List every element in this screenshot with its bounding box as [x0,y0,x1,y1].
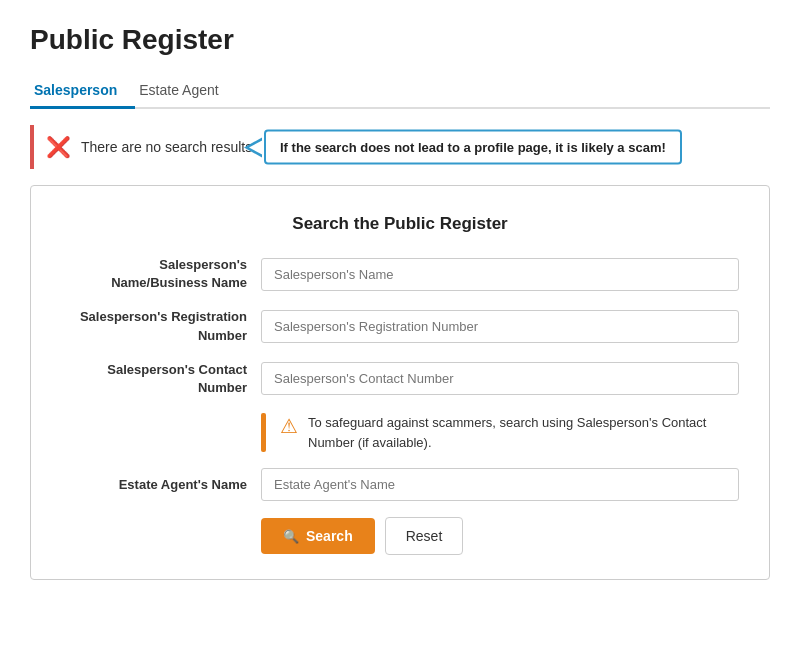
button-row: 🔍 Search Reset [261,517,739,555]
reset-button[interactable]: Reset [385,517,464,555]
error-banner: ❌ There are no search results If the sea… [30,125,770,169]
name-row: Salesperson's Name/Business Name [61,256,739,292]
name-input[interactable] [261,258,739,291]
notice-row: ⚠ To safeguard against scammers, search … [261,413,739,452]
contact-number-input[interactable] [261,362,739,395]
search-button[interactable]: 🔍 Search [261,518,375,554]
estate-agent-input[interactable] [261,468,739,501]
reg-number-row: Salesperson's Registration Number [61,308,739,344]
scam-callout: If the search does not lead to a profile… [264,130,682,165]
contact-number-row: Salesperson's Contact Number [61,361,739,397]
tab-salesperson[interactable]: Salesperson [30,74,135,109]
notice-text: To safeguard against scammers, search us… [308,413,739,452]
tab-bar: Salesperson Estate Agent [30,74,770,109]
scam-callout-text: If the search does not lead to a profile… [280,140,666,155]
search-button-label: Search [306,528,353,544]
search-form-card: Search the Public Register Salesperson's… [30,185,770,580]
estate-agent-label: Estate Agent's Name [61,476,261,494]
notice-content: ⚠ To safeguard against scammers, search … [280,413,739,452]
search-icon: 🔍 [283,529,299,544]
contact-number-label: Salesperson's Contact Number [61,361,261,397]
error-text: There are no search results [81,139,252,155]
notice-bar [261,413,266,452]
page-title: Public Register [30,24,770,56]
error-icon: ❌ [46,135,71,159]
notice-icon: ⚠ [280,414,298,438]
name-label: Salesperson's Name/Business Name [61,256,261,292]
estate-agent-row: Estate Agent's Name [61,468,739,501]
search-form-title: Search the Public Register [61,214,739,234]
reg-number-label: Salesperson's Registration Number [61,308,261,344]
tab-estate-agent[interactable]: Estate Agent [135,74,236,109]
reg-number-input[interactable] [261,310,739,343]
